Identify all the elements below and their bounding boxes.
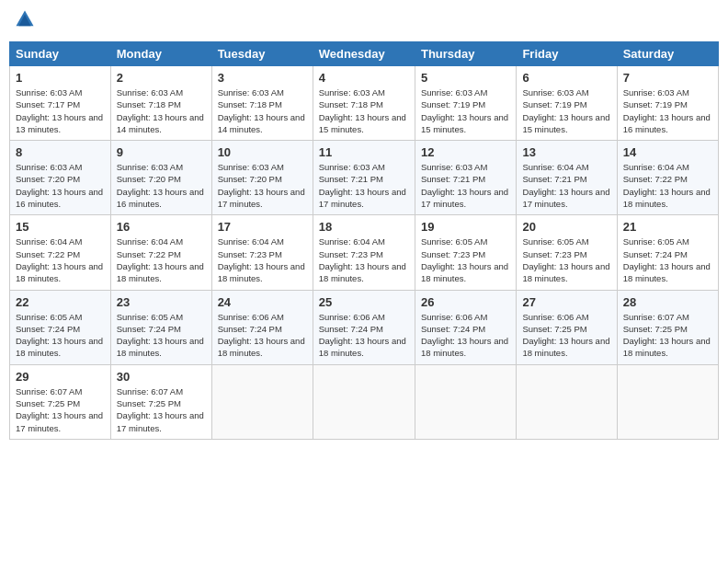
day-number: 6 (522, 71, 610, 85)
day-number: 13 (522, 145, 610, 159)
day-number: 26 (421, 295, 510, 309)
day-number: 14 (623, 145, 712, 159)
day-number: 4 (319, 71, 409, 85)
calendar-cell: 30Sunrise: 6:07 AMSunset: 7:25 PMDayligh… (110, 364, 211, 439)
calendar-week-4: 22Sunrise: 6:05 AMSunset: 7:24 PMDayligh… (10, 290, 719, 364)
day-number: 5 (421, 71, 510, 85)
day-number: 15 (16, 220, 105, 234)
day-info: Sunrise: 6:07 AMSunset: 7:25 PMDaylight:… (117, 385, 206, 434)
calendar-cell: 6Sunrise: 6:03 AMSunset: 7:19 PMDaylight… (517, 66, 617, 141)
calendar-cell: 5Sunrise: 6:03 AMSunset: 7:19 PMDaylight… (415, 66, 516, 141)
calendar-week-2: 8Sunrise: 6:03 AMSunset: 7:20 PMDaylight… (10, 141, 719, 215)
calendar-cell: 17Sunrise: 6:04 AMSunset: 7:23 PMDayligh… (211, 215, 313, 290)
calendar-cell: 11Sunrise: 6:03 AMSunset: 7:21 PMDayligh… (313, 141, 415, 215)
calendar-week-3: 15Sunrise: 6:04 AMSunset: 7:22 PMDayligh… (10, 215, 719, 290)
logo-icon (15, 9, 35, 29)
day-number: 3 (218, 71, 307, 85)
calendar-cell: 25Sunrise: 6:06 AMSunset: 7:24 PMDayligh… (313, 290, 415, 364)
calendar-cell: 23Sunrise: 6:05 AMSunset: 7:24 PMDayligh… (110, 290, 211, 364)
calendar-cell (415, 364, 516, 439)
day-info: Sunrise: 6:06 AMSunset: 7:24 PMDaylight:… (319, 311, 409, 360)
day-info: Sunrise: 6:03 AMSunset: 7:19 PMDaylight:… (522, 86, 610, 135)
day-info: Sunrise: 6:05 AMSunset: 7:24 PMDaylight:… (16, 311, 105, 360)
calendar-cell: 15Sunrise: 6:04 AMSunset: 7:22 PMDayligh… (10, 215, 111, 290)
day-number: 18 (319, 220, 409, 234)
day-info: Sunrise: 6:04 AMSunset: 7:21 PMDaylight:… (522, 161, 610, 210)
calendar-cell: 8Sunrise: 6:03 AMSunset: 7:20 PMDaylight… (10, 141, 111, 215)
calendar-cell: 22Sunrise: 6:05 AMSunset: 7:24 PMDayligh… (10, 290, 111, 364)
calendar-cell: 24Sunrise: 6:06 AMSunset: 7:24 PMDayligh… (211, 290, 313, 364)
calendar-cell: 18Sunrise: 6:04 AMSunset: 7:23 PMDayligh… (313, 215, 415, 290)
day-info: Sunrise: 6:03 AMSunset: 7:20 PMDaylight:… (117, 161, 206, 210)
calendar-cell (517, 364, 617, 439)
calendar-cell: 13Sunrise: 6:04 AMSunset: 7:21 PMDayligh… (517, 141, 617, 215)
day-info: Sunrise: 6:03 AMSunset: 7:18 PMDaylight:… (117, 86, 206, 135)
day-info: Sunrise: 6:05 AMSunset: 7:23 PMDaylight:… (522, 236, 610, 284)
calendar-cell: 7Sunrise: 6:03 AMSunset: 7:19 PMDaylight… (617, 66, 718, 141)
calendar-week-5: 29Sunrise: 6:07 AMSunset: 7:25 PMDayligh… (10, 364, 719, 439)
column-header-sunday: Sunday (10, 42, 111, 66)
column-header-tuesday: Tuesday (211, 42, 313, 66)
day-info: Sunrise: 6:03 AMSunset: 7:17 PMDaylight:… (16, 86, 105, 135)
day-number: 11 (319, 145, 409, 159)
day-info: Sunrise: 6:03 AMSunset: 7:21 PMDaylight:… (319, 161, 409, 210)
day-info: Sunrise: 6:05 AMSunset: 7:23 PMDaylight:… (421, 236, 510, 284)
day-number: 10 (218, 145, 307, 159)
day-number: 22 (16, 295, 105, 309)
day-number: 12 (421, 145, 510, 159)
calendar-cell: 1Sunrise: 6:03 AMSunset: 7:17 PMDaylight… (10, 66, 111, 141)
day-number: 27 (522, 295, 610, 309)
column-header-saturday: Saturday (617, 42, 718, 66)
day-info: Sunrise: 6:07 AMSunset: 7:25 PMDaylight:… (16, 385, 105, 434)
day-info: Sunrise: 6:04 AMSunset: 7:23 PMDaylight:… (319, 236, 409, 284)
calendar-table: SundayMondayTuesdayWednesdayThursdayFrid… (9, 41, 719, 440)
day-number: 7 (623, 71, 712, 85)
column-header-wednesday: Wednesday (313, 42, 415, 66)
day-number: 21 (623, 220, 712, 234)
column-header-friday: Friday (517, 42, 617, 66)
day-info: Sunrise: 6:04 AMSunset: 7:23 PMDaylight:… (218, 236, 307, 284)
day-number: 2 (117, 71, 206, 85)
calendar-cell: 29Sunrise: 6:07 AMSunset: 7:25 PMDayligh… (10, 364, 111, 439)
calendar-cell: 3Sunrise: 6:03 AMSunset: 7:18 PMDaylight… (211, 66, 313, 141)
calendar-cell: 14Sunrise: 6:04 AMSunset: 7:22 PMDayligh… (617, 141, 718, 215)
day-number: 30 (117, 370, 206, 384)
calendar-cell: 2Sunrise: 6:03 AMSunset: 7:18 PMDaylight… (110, 66, 211, 141)
day-number: 28 (623, 295, 712, 309)
day-info: Sunrise: 6:03 AMSunset: 7:19 PMDaylight:… (623, 86, 712, 135)
day-info: Sunrise: 6:06 AMSunset: 7:25 PMDaylight:… (522, 311, 610, 360)
calendar-cell: 10Sunrise: 6:03 AMSunset: 7:20 PMDayligh… (211, 141, 313, 215)
day-info: Sunrise: 6:05 AMSunset: 7:24 PMDaylight:… (623, 236, 712, 284)
calendar-cell: 19Sunrise: 6:05 AMSunset: 7:23 PMDayligh… (415, 215, 516, 290)
day-number: 20 (522, 220, 610, 234)
calendar-cell: 20Sunrise: 6:05 AMSunset: 7:23 PMDayligh… (517, 215, 617, 290)
day-number: 1 (16, 71, 105, 85)
day-number: 9 (117, 145, 206, 159)
calendar-header-row: SundayMondayTuesdayWednesdayThursdayFrid… (10, 42, 719, 66)
calendar-cell (211, 364, 313, 439)
day-number: 29 (16, 370, 105, 384)
day-info: Sunrise: 6:07 AMSunset: 7:25 PMDaylight:… (623, 311, 712, 360)
calendar-week-1: 1Sunrise: 6:03 AMSunset: 7:17 PMDaylight… (10, 66, 719, 141)
day-info: Sunrise: 6:04 AMSunset: 7:22 PMDaylight:… (117, 236, 206, 284)
day-number: 24 (218, 295, 307, 309)
day-info: Sunrise: 6:06 AMSunset: 7:24 PMDaylight:… (218, 311, 307, 360)
day-info: Sunrise: 6:03 AMSunset: 7:18 PMDaylight:… (218, 86, 307, 135)
calendar-cell: 16Sunrise: 6:04 AMSunset: 7:22 PMDayligh… (110, 215, 211, 290)
day-info: Sunrise: 6:04 AMSunset: 7:22 PMDaylight:… (623, 161, 712, 210)
day-info: Sunrise: 6:03 AMSunset: 7:21 PMDaylight:… (421, 161, 510, 210)
page-header (9, 9, 719, 34)
calendar-cell: 26Sunrise: 6:06 AMSunset: 7:24 PMDayligh… (415, 290, 516, 364)
calendar-cell: 21Sunrise: 6:05 AMSunset: 7:24 PMDayligh… (617, 215, 718, 290)
calendar-cell: 28Sunrise: 6:07 AMSunset: 7:25 PMDayligh… (617, 290, 718, 364)
calendar-cell (617, 364, 718, 439)
day-info: Sunrise: 6:06 AMSunset: 7:24 PMDaylight:… (421, 311, 510, 360)
logo (13, 9, 37, 34)
day-info: Sunrise: 6:03 AMSunset: 7:19 PMDaylight:… (421, 86, 510, 135)
calendar-cell: 4Sunrise: 6:03 AMSunset: 7:18 PMDaylight… (313, 66, 415, 141)
day-info: Sunrise: 6:03 AMSunset: 7:20 PMDaylight:… (218, 161, 307, 210)
day-number: 8 (16, 145, 105, 159)
day-number: 17 (218, 220, 307, 234)
calendar-cell: 12Sunrise: 6:03 AMSunset: 7:21 PMDayligh… (415, 141, 516, 215)
column-header-thursday: Thursday (415, 42, 516, 66)
